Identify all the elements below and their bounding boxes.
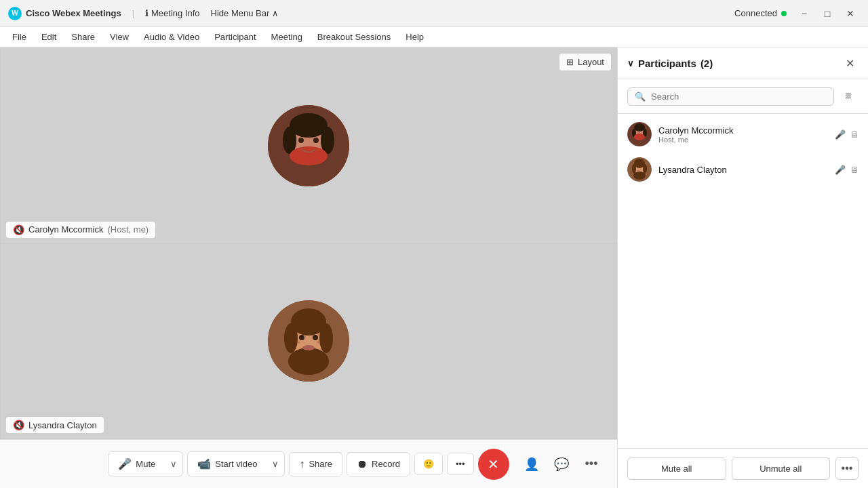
search-input-wrap: 🔍	[627, 87, 834, 106]
title-bar: W Cisco Webex Meetings | ℹ Meeting Info …	[0, 0, 868, 27]
svg-point-7	[313, 138, 319, 143]
carolyn-participant-role: Host, me	[658, 136, 828, 144]
carolyn-role: (Host, me)	[108, 224, 149, 235]
start-video-label: Start video	[215, 459, 257, 469]
svg-point-29	[643, 164, 647, 174]
share-label: Share	[309, 459, 332, 469]
meeting-info-button[interactable]: ℹ Meeting Info	[145, 8, 200, 18]
participant-avatar-carolyn	[627, 122, 652, 146]
panel-footer-more-button[interactable]: •••	[835, 457, 859, 480]
panel-header: ∨ Participants (2) ✕	[618, 47, 868, 79]
connected-label: Connected	[734, 8, 777, 18]
panel-close-button[interactable]: ✕	[841, 54, 859, 72]
layout-button[interactable]: ⊞ Layout	[559, 53, 612, 71]
search-input[interactable]	[651, 92, 827, 102]
video-area: 🔇 Carolyn Mccormick (Host, me)	[0, 47, 617, 488]
svg-point-18	[302, 345, 315, 350]
title-bar-right: Connected − □ ✕	[734, 7, 860, 20]
mute-all-button[interactable]: Mute all	[627, 458, 726, 480]
carolyn-mute-icon: 🔇	[13, 224, 24, 235]
svg-point-28	[632, 164, 636, 174]
start-video-button[interactable]: 📹 Start video	[187, 451, 267, 476]
mute-icon: 🎤	[118, 458, 132, 470]
hide-menu-button[interactable]: Hide Menu Bar ∧	[211, 8, 279, 18]
menu-file[interactable]: File	[5, 29, 33, 45]
minimize-button[interactable]: −	[795, 7, 814, 20]
record-button[interactable]: ⏺ Record	[347, 452, 410, 476]
hide-menu-label: Hide Menu Bar	[211, 8, 270, 18]
menu-view[interactable]: View	[103, 29, 136, 45]
emoji-button[interactable]: 🙂	[414, 453, 443, 475]
carolyn-name: Carolyn Mccormick	[28, 224, 104, 235]
menu-participant[interactable]: Participant	[208, 29, 262, 45]
video-icon: 📹	[197, 458, 211, 470]
lysandra-participant-icons: 🎤 🖥	[835, 165, 859, 175]
panel-more-icon: •••	[842, 462, 853, 474]
svg-point-13	[288, 348, 329, 375]
end-call-button[interactable]: ✕	[478, 449, 509, 480]
participants-panel: ∨ Participants (2) ✕ 🔍 ≡	[617, 47, 868, 488]
menu-audio-video[interactable]: Audio & Video	[137, 29, 206, 45]
app-title: Cisco Webex Meetings	[26, 8, 121, 18]
carolyn-participant-icons: 🎤 🖥	[835, 129, 859, 140]
sort-button[interactable]: ≡	[838, 86, 859, 106]
search-bar: 🔍 ≡	[618, 79, 868, 114]
search-icon: 🔍	[635, 92, 646, 102]
participants-count: (2)	[701, 58, 713, 69]
bottom-toolbar: 🎤 Mute ∨ 📹 Start video ∨ ↑	[0, 439, 617, 488]
video-grid: 🔇 Carolyn Mccormick (Host, me)	[0, 47, 617, 439]
unmute-all-button[interactable]: Unmute all	[732, 458, 831, 480]
share-icon: ↑	[299, 458, 304, 470]
chat-icon-button[interactable]: 💬	[549, 452, 574, 476]
avatar-lysandra	[268, 300, 349, 382]
menu-edit[interactable]: Edit	[35, 29, 63, 45]
svg-point-12	[319, 323, 333, 353]
video-chevron-icon: ∨	[272, 459, 279, 469]
participant-avatar-lysandra	[627, 157, 652, 182]
share-button[interactable]: ↑ Share	[289, 452, 342, 476]
participant-item-lysandra[interactable]: Lysandra Clayton 🎤 🖥	[618, 152, 868, 187]
participant-info-carolyn: Carolyn Mccormick Host, me	[658, 125, 828, 144]
mute-button[interactable]: 🎤 Mute	[108, 451, 165, 476]
lysandra-name: Lysandra Clayton	[28, 420, 97, 430]
connected-dot-icon	[781, 11, 787, 16]
svg-point-11	[284, 323, 298, 353]
svg-point-16	[298, 342, 300, 344]
participants-icon-button[interactable]: 👤	[519, 452, 544, 476]
layout-label: Layout	[578, 57, 604, 67]
participants-title: Participants	[638, 58, 696, 69]
meeting-info-label: Meeting Info	[151, 8, 200, 18]
mute-chevron-icon: ∨	[170, 459, 177, 469]
mute-label: Mute	[136, 459, 155, 469]
more-icon: •••	[456, 459, 465, 469]
record-icon: ⏺	[357, 458, 368, 470]
menu-meeting[interactable]: Meeting	[264, 29, 309, 45]
lysandra-mute-icon: 🔇	[13, 420, 24, 430]
more-button[interactable]: •••	[447, 453, 474, 475]
carolyn-mic-icon: 🎤	[835, 129, 846, 140]
lysandra-label: 🔇 Lysandra Clayton	[6, 417, 104, 433]
separator: |	[132, 8, 134, 18]
layout-icon: ⊞	[566, 57, 574, 67]
mute-all-label: Mute all	[661, 464, 692, 474]
end-call-icon: ✕	[488, 456, 499, 472]
close-button[interactable]: ✕	[841, 7, 860, 20]
menu-bar: File Edit Share View Audio & Video Parti…	[0, 27, 868, 47]
menu-share[interactable]: Share	[64, 29, 102, 45]
mute-arrow-button[interactable]: ∨	[165, 451, 183, 476]
participant-item-carolyn[interactable]: Carolyn Mccormick Host, me 🎤 🖥	[618, 117, 868, 152]
window-controls: − □ ✕	[795, 7, 860, 20]
more-options-button[interactable]: •••	[579, 452, 604, 476]
info-icon: ℹ	[145, 8, 149, 18]
video-arrow-button[interactable]: ∨	[267, 451, 285, 476]
menu-breakout-sessions[interactable]: Breakout Sessions	[311, 29, 397, 45]
chevron-up-icon: ∧	[272, 8, 279, 18]
svg-point-30	[633, 171, 646, 180]
svg-point-14	[299, 335, 304, 340]
maximize-button[interactable]: □	[818, 7, 837, 20]
webex-logo-icon: W	[8, 7, 22, 20]
menu-help[interactable]: Help	[399, 29, 431, 45]
close-icon: ✕	[846, 57, 854, 70]
svg-point-6	[298, 138, 304, 143]
video-cell-lysandra: 🔇 Lysandra Clayton	[0, 243, 617, 440]
